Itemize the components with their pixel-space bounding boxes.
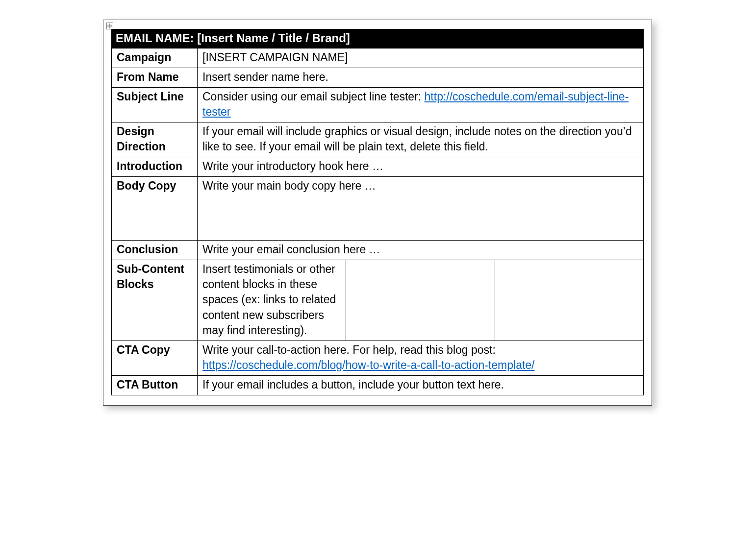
- cta-button-label: CTA Button: [112, 375, 198, 395]
- introduction-label: Introduction: [112, 157, 198, 177]
- header-value: [Insert Name / Title / Brand]: [197, 31, 350, 45]
- table-row: CTA Button If your email includes a butt…: [112, 375, 644, 395]
- table-row: From Name Insert sender name here.: [112, 68, 644, 88]
- email-template-table: EMAIL NAME: [Insert Name / Title / Brand…: [111, 29, 644, 395]
- sub-content-col3: [495, 260, 643, 341]
- table-row: Subject Line Consider using our email su…: [112, 88, 644, 122]
- sub-content-col2: [346, 260, 495, 341]
- header-prefix: EMAIL NAME:: [116, 31, 194, 45]
- subject-line-value: Consider using our email subject line te…: [198, 88, 644, 122]
- cta-guide-link[interactable]: https://coschedule.com/blog/how-to-write…: [202, 359, 535, 371]
- table-row: CTA Copy Write your call-to-action here.…: [112, 341, 644, 375]
- from-name-label: From Name: [112, 68, 198, 88]
- cta-button-value: If your email includes a button, include…: [198, 375, 644, 395]
- table-move-handle-icon[interactable]: [106, 23, 113, 29]
- table-row: Sub-Content Blocks Insert testimonials o…: [112, 260, 644, 341]
- cta-copy-text: Write your call-to-action here. For help…: [202, 343, 496, 356]
- email-name-header: EMAIL NAME: [Insert Name / Title / Brand…: [112, 29, 644, 49]
- table-row: Campaign [INSERT CAMPAIGN NAME]: [112, 49, 644, 68]
- table-row: Design Direction If your email will incl…: [112, 122, 644, 157]
- design-direction-value: If your email will include graphics or v…: [198, 122, 644, 157]
- campaign-label: Campaign: [112, 49, 198, 68]
- from-name-value: Insert sender name here.: [198, 68, 644, 88]
- conclusion-value: Write your email conclusion here …: [198, 241, 644, 260]
- table-row: Conclusion Write your email conclusion h…: [112, 241, 644, 260]
- table-row: Introduction Write your introductory hoo…: [112, 157, 644, 177]
- cta-copy-label: CTA Copy: [112, 341, 198, 375]
- body-copy-label: Body Copy: [112, 177, 198, 241]
- document-page: EMAIL NAME: [Insert Name / Title / Brand…: [103, 20, 652, 406]
- sub-content-label: Sub-Content Blocks: [112, 260, 198, 341]
- cta-copy-value: Write your call-to-action here. For help…: [198, 341, 644, 375]
- conclusion-label: Conclusion: [112, 241, 198, 260]
- body-copy-value: Write your main body copy here …: [198, 177, 644, 241]
- sub-content-col1: Insert testimonials or other content blo…: [198, 260, 346, 341]
- design-direction-label: Design Direction: [112, 122, 198, 157]
- subject-line-label: Subject Line: [112, 88, 198, 122]
- subject-line-text: Consider using our email subject line te…: [202, 90, 425, 103]
- campaign-value: [INSERT CAMPAIGN NAME]: [198, 49, 644, 68]
- header-row: EMAIL NAME: [Insert Name / Title / Brand…: [112, 29, 644, 49]
- introduction-value: Write your introductory hook here …: [198, 157, 644, 177]
- table-row: Body Copy Write your main body copy here…: [112, 177, 644, 241]
